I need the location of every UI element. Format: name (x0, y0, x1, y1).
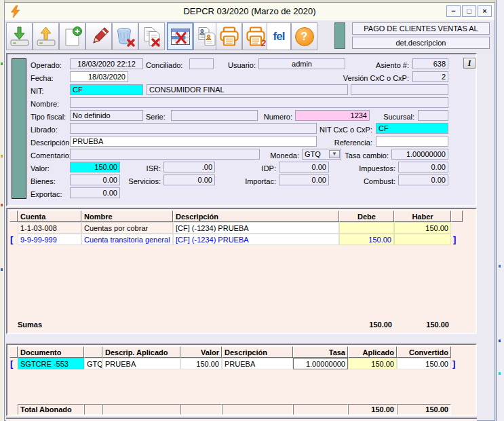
numero-field[interactable]: 1234 (295, 110, 370, 121)
accounts-header-debe: Debe (339, 210, 394, 222)
combust-field[interactable]: 0.00 (398, 175, 448, 185)
total-empty-cell (222, 404, 293, 415)
asiento-field[interactable]: 638 (412, 58, 448, 69)
importac-field[interactable]: 0.00 (279, 175, 329, 185)
close-button[interactable]: × (478, 5, 492, 17)
valor-field[interactable]: 150.00 (70, 162, 120, 172)
new-button[interactable] (59, 22, 85, 50)
total-empty-cell (293, 404, 348, 415)
impuestos-field[interactable]: 0.00 (398, 162, 448, 172)
drive-export-icon (35, 26, 57, 48)
descripcion-label: Descripción: (31, 138, 72, 147)
descripcion-field[interactable]: PRUEBA (70, 136, 317, 147)
background-speck (1, 268, 3, 271)
tipo-fiscal-field[interactable]: No definido (70, 110, 143, 121)
document-type-label: PAGO DE CLIENTES VENTAS AL (352, 22, 490, 35)
combust-label: Combust: (340, 177, 395, 186)
account-nombre-cell[interactable]: Cuentas por cobrar (81, 222, 173, 234)
print-secondary-badge: 2 (261, 39, 266, 48)
help-button[interactable]: ? (291, 22, 317, 50)
document-descripcion-cell[interactable]: PRUEBA (222, 358, 293, 369)
row-bracket-open: [ (10, 358, 13, 369)
referencia-field[interactable] (376, 136, 448, 147)
nombre-field[interactable] (70, 97, 448, 108)
nit-cxc-field[interactable]: CF (376, 123, 448, 134)
fecha-field[interactable]: 18/03/2020 (70, 71, 128, 82)
background-speck (499, 372, 501, 375)
document-tasa-cell[interactable]: 1.00000000 (293, 358, 348, 369)
documents-header-convertido: Convertido (397, 346, 451, 358)
accent-block (334, 22, 345, 49)
librado-field[interactable] (70, 123, 317, 134)
print-secondary-button[interactable]: 2 (242, 22, 269, 50)
background-speck (1, 155, 3, 158)
account-haber-cell[interactable] (394, 234, 451, 245)
nit-cxc-label: NIT CxC o CxP: (317, 125, 372, 134)
account-haber-cell[interactable]: 150.00 (394, 222, 451, 234)
asiento-label: Asiento #: (366, 60, 409, 70)
void-document-button[interactable] (138, 22, 165, 50)
delete-button[interactable] (112, 22, 138, 50)
usuario-label: Usuario: (218, 60, 256, 70)
usuario-field[interactable]: admin (258, 58, 345, 69)
document-documento-cell[interactable]: SGTCRE -553 (18, 358, 84, 369)
next-panel-edge (6, 418, 477, 421)
document-descrip-aplicado-cell[interactable]: PRUEBA (102, 358, 180, 369)
sums-haber: 150.00 (394, 319, 451, 331)
background-speck (499, 340, 501, 342)
serie-field[interactable] (171, 110, 258, 121)
servicios-field[interactable]: 0.00 (163, 175, 215, 185)
sums-label: Sumas (18, 320, 42, 329)
account-debe-cell[interactable]: 150.00 (339, 234, 394, 245)
comentario-field[interactable] (70, 149, 260, 160)
conciliado-field[interactable] (189, 58, 214, 69)
operado-field[interactable]: 18/03/2020 22:12 (70, 58, 143, 69)
minimize-button[interactable]: − (446, 5, 461, 17)
bienes-label: Bienes: (31, 177, 56, 186)
accounts-grid-panel: Cuenta Nombre Descripción Debe Haber 1-1… (6, 208, 477, 334)
bienes-field[interactable]: 0.00 (70, 175, 120, 185)
document-aplicado-cell[interactable]: 150.00 (348, 358, 397, 369)
account-cuenta-cell[interactable]: 1-1-03-008 (18, 222, 81, 234)
print-button[interactable] (216, 22, 242, 50)
info-button[interactable]: I (463, 58, 476, 69)
total-aplicado: 150.00 (348, 404, 397, 415)
account-nombre-cell[interactable]: Cuenta transitoria general (81, 234, 173, 245)
documents-header-valor: Valor (180, 346, 222, 358)
maximize-button[interactable]: □ (462, 5, 476, 17)
account-cuenta-cell[interactable]: 9-9-99-999 (18, 234, 81, 245)
moneda-select[interactable]: GTQ ▼ (302, 149, 341, 160)
account-debe-cell[interactable] (339, 222, 394, 234)
account-descripcion-cell[interactable]: [CF] (-1234) PRUEBA (173, 222, 339, 234)
background-speck (499, 265, 501, 268)
nit-field[interactable]: CF (70, 84, 143, 95)
row-bracket-close: ] (452, 358, 455, 369)
sucursal-field[interactable] (418, 110, 448, 121)
exportac-field[interactable]: 0.00 (70, 187, 120, 198)
delete-trash-icon (115, 26, 136, 48)
tasa-cambio-field[interactable]: 1.00000000 (391, 149, 448, 160)
nit-name-field[interactable]: CONSUMIDOR FINAL (147, 84, 348, 95)
total-empty-cell (84, 404, 102, 415)
document-valor-cell[interactable]: 150.00 (180, 358, 222, 369)
export-button[interactable] (33, 22, 59, 50)
save-button[interactable] (6, 22, 33, 50)
document-moneda-cell[interactable]: GTQ (84, 358, 102, 369)
numero-label: Numero: (258, 112, 292, 122)
nit-extra-field[interactable] (351, 84, 448, 95)
account-descripcion-cell[interactable]: [CF] (-1234) PRUEBA (173, 234, 339, 245)
isr-field[interactable]: .00 (163, 162, 215, 172)
print-icon (218, 26, 240, 48)
title-bar[interactable]: DEPCR 03/2020 (Marzo de 2020) − □ × (5, 3, 495, 21)
edit-button[interactable] (85, 22, 112, 50)
row-bracket-close: ] (453, 234, 456, 245)
cancel-schedule-button[interactable] (167, 22, 193, 50)
idp-field[interactable]: 0.00 (279, 162, 329, 172)
document-convertido-cell[interactable]: 150.00 (397, 358, 451, 369)
chevron-down-icon[interactable]: ▼ (329, 150, 340, 158)
header-form-panel: Operado: 18/03/2020 22:12 Conciliado: Us… (6, 53, 477, 206)
version-field[interactable]: 2 (412, 71, 448, 82)
fel-button[interactable]: fel (267, 22, 291, 50)
tasa-cambio-label: Tasa cambio: (343, 151, 389, 160)
total-empty-cell (102, 404, 180, 415)
